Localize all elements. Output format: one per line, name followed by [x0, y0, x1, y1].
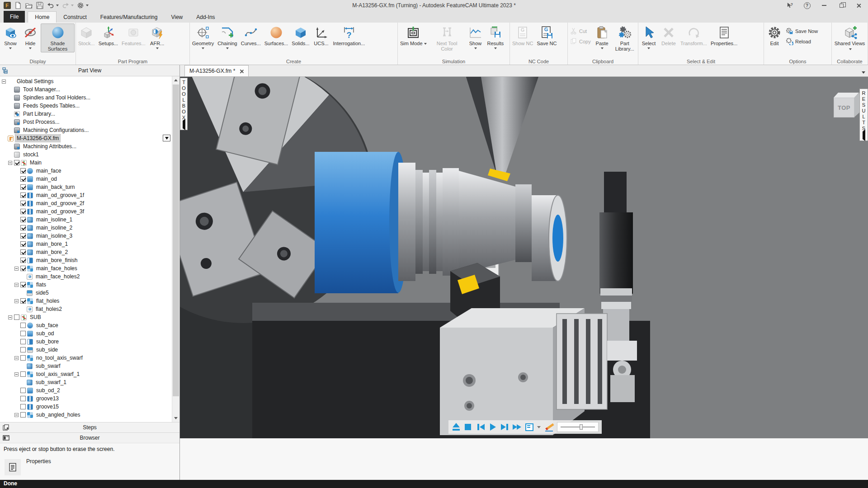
stop-button[interactable] — [464, 422, 473, 432]
tree-item-sub-swarf[interactable]: sub_swarf — [0, 362, 172, 370]
tree-item-main-od-groove-1f[interactable]: main_od_groove_1f — [0, 191, 172, 199]
dropdown-arrow-icon[interactable] — [647, 47, 650, 49]
tree-item-checkbox[interactable] — [14, 314, 19, 320]
tree-item-main-isoline-1[interactable]: main_isoline_1 — [0, 216, 172, 224]
tree-item-checkbox[interactable] — [20, 201, 26, 206]
view-cube[interactable]: TOP — [834, 98, 854, 117]
tree-item-checkbox[interactable] — [20, 258, 26, 263]
ribbon-solids-button[interactable]: Solids... — [290, 23, 311, 47]
tree-item-sub-swarf-1[interactable]: sub_swarf_1 — [0, 378, 172, 386]
play-button[interactable] — [488, 422, 497, 432]
ribbon-select-button[interactable]: Select — [639, 23, 658, 50]
tree-item-checkbox[interactable] — [20, 339, 26, 344]
fast-forward-button[interactable] — [513, 422, 522, 432]
tree-scrollbar[interactable] — [172, 76, 179, 422]
tree-item-main-od-groove-2f[interactable]: main_od_groove_2f — [0, 199, 172, 207]
ribbon-tab-add-ins[interactable]: Add-Ins — [189, 11, 222, 23]
dropdown-arrow-icon[interactable] — [29, 47, 32, 49]
tree-item-main-face[interactable]: main_face — [0, 167, 172, 175]
tree-item-checkbox[interactable] — [20, 225, 26, 230]
part-view-tree[interactable]: Global SettingsTool Manager...Spindles a… — [0, 76, 179, 422]
tree-item-tool-manager[interactable]: Tool Manager... — [0, 85, 172, 94]
ribbon-surfaces-button[interactable]: Surfaces... — [263, 23, 290, 47]
tree-item-feeds-speeds-tables[interactable]: Feeds Speeds Tables... — [0, 102, 172, 110]
tree-item-checkbox[interactable] — [20, 209, 26, 214]
tree-item-stock1[interactable]: stock1 — [0, 150, 172, 159]
tree-item-checkbox[interactable] — [20, 371, 26, 377]
tree-item-sub[interactable]: SUB — [0, 313, 172, 321]
tree-item-checkbox[interactable] — [20, 396, 26, 401]
tree-item-checkbox[interactable] — [20, 412, 26, 418]
tree-item-tool-axis-swarf-1[interactable]: tool_axis_swarf_1 — [0, 370, 172, 378]
play-to-next-button[interactable] — [500, 422, 509, 432]
app-logo-icon[interactable]: F — [3, 1, 11, 10]
tree-item-post-process[interactable]: Post Process... — [0, 118, 172, 126]
help-button[interactable]: ? — [799, 1, 815, 10]
open-file-button[interactable] — [24, 1, 33, 10]
ribbon-chaining-button[interactable]: Chaining — [216, 23, 238, 50]
tree-item-no-tool-axis-swarf[interactable]: no_tool_axis_swarf — [0, 354, 172, 362]
tree-expander-icon[interactable] — [14, 356, 19, 360]
dropdown-arrow-icon[interactable] — [9, 47, 12, 49]
scrollbar-thumb[interactable] — [173, 84, 179, 396]
tab-list-dropdown-icon[interactable] — [862, 71, 865, 74]
undo-dropdown-icon[interactable] — [56, 5, 59, 6]
ribbon-ucs-button[interactable]: UCS... — [311, 23, 330, 47]
tree-item-checkbox[interactable] — [20, 388, 26, 393]
tree-item-m-a13256-gx-fm[interactable]: M-A13256-GX.fm — [0, 134, 172, 142]
dropdown-arrow-icon[interactable] — [156, 47, 159, 49]
ribbon-tab-view[interactable]: View — [164, 11, 189, 23]
tree-item-checkbox[interactable] — [14, 160, 19, 165]
document-tab-close-icon[interactable] — [240, 69, 244, 73]
tree-expander-icon[interactable] — [8, 161, 12, 165]
settings-gear-button[interactable] — [76, 1, 85, 10]
context-help-button[interactable]: ? — [782, 1, 797, 10]
tree-item-checkbox[interactable] — [20, 298, 26, 304]
tree-expander-icon[interactable] — [14, 283, 19, 287]
tree-item-checkbox[interactable] — [20, 233, 26, 239]
tree-item-flat-holes2[interactable]: flat_holes2 — [0, 305, 172, 313]
save-button[interactable] — [35, 1, 44, 10]
ribbon-save-nc-button[interactable]: GSave NC — [535, 23, 558, 47]
ribbon-curves-button[interactable]: Curves... — [240, 23, 262, 47]
scroll-up-button[interactable] — [172, 76, 179, 84]
tree-item-main-bore-finish[interactable]: main_bore_finish — [0, 256, 172, 264]
tree-item-checkbox[interactable] — [20, 168, 26, 174]
dropdown-arrow-icon[interactable] — [494, 47, 497, 49]
tree-item-checkbox[interactable] — [20, 355, 26, 361]
ribbon-reload-button[interactable]: Reload — [786, 38, 818, 45]
tree-item-main-bore-1[interactable]: main_bore_1 — [0, 240, 172, 248]
ribbon-edit-button[interactable]: Edit — [765, 23, 784, 47]
ribbon-shade-surfaces-button[interactable]: Shade Surfaces — [41, 23, 75, 52]
ribbon-show-button[interactable]: Show — [466, 23, 485, 50]
tree-item-dropdown-button[interactable] — [163, 135, 170, 141]
tree-item-main-face-holes[interactable]: main_face_holes — [0, 264, 172, 272]
tree-item-sub-od-2[interactable]: sub_od_2 — [0, 386, 172, 394]
ribbon-shared-views-button[interactable]: Shared Views — [833, 23, 867, 52]
tree-item-checkbox[interactable] — [20, 282, 26, 287]
tree-item-part-library[interactable]: Part Library... — [0, 110, 172, 118]
tree-item-checkbox[interactable] — [20, 217, 26, 222]
tree-item-groove13[interactable]: groove13 — [0, 394, 172, 403]
dropdown-arrow-icon[interactable] — [474, 47, 477, 49]
tree-item-mian-isoline-3[interactable]: mian_isoline_3 — [0, 232, 172, 240]
erase-pencil-button[interactable] — [545, 422, 554, 432]
tree-item-checkbox[interactable] — [20, 404, 26, 409]
undo-button[interactable] — [46, 1, 55, 10]
tree-expander-icon[interactable] — [14, 372, 19, 376]
ribbon-interrogation-button[interactable]: ?Interrogation... — [331, 23, 366, 47]
tree-item-checkbox[interactable] — [20, 241, 26, 247]
document-tab[interactable]: M-A13256-GX.fm * — [184, 65, 249, 76]
tree-item-checkbox[interactable] — [20, 323, 26, 328]
tree-item-spindles-and-tool-holders[interactable]: Spindles and Tool Holders... — [0, 94, 172, 102]
tree-item-main-bore-2[interactable]: main_bore_2 — [0, 248, 172, 256]
3d-viewport[interactable]: TOOLBOX RESULTS TOP — [180, 77, 868, 438]
tree-item-sub-bore[interactable]: sub_bore — [0, 338, 172, 346]
scroll-down-button[interactable] — [172, 414, 179, 422]
machine-simulation-button[interactable] — [525, 422, 534, 432]
tree-item-checkbox[interactable] — [20, 266, 26, 271]
ribbon-results-button[interactable]: Results — [486, 23, 505, 50]
customize-toolbar-dropdown-icon[interactable] — [86, 5, 89, 6]
tree-item-sub-face[interactable]: sub_face — [0, 321, 172, 329]
ribbon-properties-button[interactable]: Properties... — [709, 23, 739, 47]
